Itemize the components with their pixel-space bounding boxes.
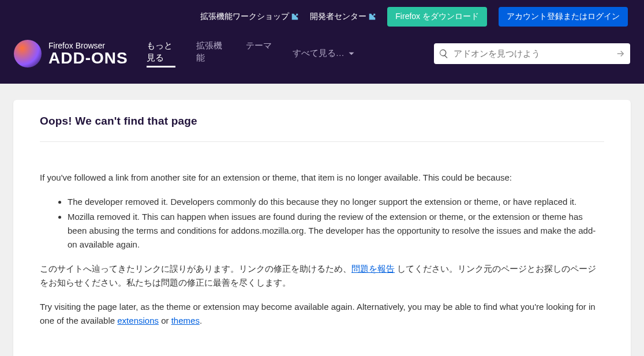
nav: もっと見る 拡張機能 テーマ すべて見る… <box>147 39 355 68</box>
nav-explore[interactable]: もっと見る <box>147 39 175 68</box>
error-card: Oops! We can't find that page If you've … <box>13 100 631 356</box>
extensions-link[interactable]: extensions <box>117 316 159 325</box>
logo[interactable]: Firefox Browser ADD-ONS <box>14 40 128 68</box>
themes-link[interactable]: themes <box>171 316 200 325</box>
main-header: Firefox Browser ADD-ONS もっと見る 拡張機能 テーマ す… <box>0 33 644 84</box>
workshop-link[interactable]: 拡張機能ワークショップ <box>200 12 298 22</box>
page-title: Oops! We can't find that page <box>40 115 604 142</box>
intro-paragraph: If you've followed a link from another s… <box>40 171 604 185</box>
external-link-icon <box>369 13 376 20</box>
external-link-icon <box>291 13 298 20</box>
alternatives-paragraph: Try visiting the page later, as the them… <box>40 300 604 328</box>
search-icon <box>439 48 449 59</box>
devcenter-label: 開発者センター <box>310 12 366 22</box>
report-issue-link[interactable]: 問題を報告 <box>351 264 395 273</box>
nav-themes[interactable]: テーマ <box>246 39 272 68</box>
report-paragraph: このサイトへ辿ってきたリンクに誤りがあります。リンクの修正を助けるため、問題を報… <box>40 262 604 290</box>
text: このサイトへ辿ってきたリンクに誤りがあります。リンクの修正を助けるため、 <box>40 264 351 273</box>
list-item: The developer removed it. Developers com… <box>68 195 604 209</box>
text: . <box>200 316 202 325</box>
search-wrap <box>434 43 630 64</box>
submit-arrow-icon[interactable] <box>615 48 626 59</box>
content: Oops! We can't find that page If you've … <box>0 84 644 356</box>
nav-extensions[interactable]: 拡張機能 <box>196 39 225 68</box>
workshop-label: 拡張機能ワークショップ <box>200 12 289 22</box>
login-button[interactable]: アカウント登録またはログイン <box>499 7 628 27</box>
nav-more[interactable]: すべて見る… <box>293 39 355 68</box>
search-box[interactable] <box>434 43 630 64</box>
download-button[interactable]: Firefox をダウンロード <box>387 7 487 27</box>
nav-more-label: すべて見る… <box>293 48 345 59</box>
list-item: Mozilla removed it. This can happen when… <box>68 210 604 252</box>
reason-list: The developer removed it. Developers com… <box>68 195 604 252</box>
logo-big: ADD-ONS <box>48 50 128 66</box>
firefox-icon <box>14 40 42 68</box>
search-input[interactable] <box>449 48 615 58</box>
logo-text: Firefox Browser ADD-ONS <box>48 41 128 66</box>
devcenter-link[interactable]: 開発者センター <box>310 12 376 22</box>
chevron-down-icon <box>348 50 355 57</box>
top-bar: 拡張機能ワークショップ 開発者センター Firefox をダウンロード アカウン… <box>0 0 644 33</box>
text: or <box>159 316 171 325</box>
